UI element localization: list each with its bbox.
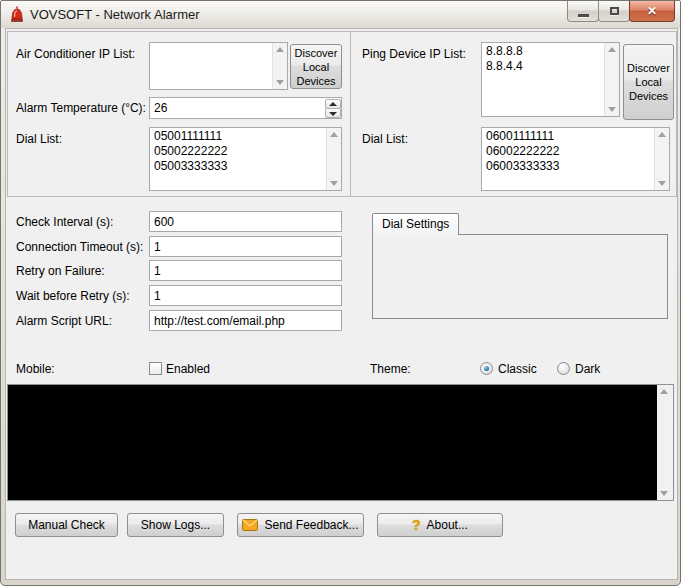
alarm-temperature-spinner <box>325 99 341 117</box>
retry-on-failure-label: Retry on Failure: <box>16 264 105 278</box>
mobile-enabled-checkbox[interactable] <box>149 362 162 375</box>
log-text <box>8 385 657 500</box>
wait-before-retry-label: Wait before Retry (s): <box>16 289 130 303</box>
minimize-icon <box>578 14 589 17</box>
alarm-temperature-input[interactable] <box>149 97 342 119</box>
air-ip-scrollbar[interactable] <box>272 43 287 89</box>
window-title: VOVSOFT - Network Alarmer <box>30 7 200 22</box>
show-logs-button[interactable]: Show Logs... <box>127 513 224 537</box>
close-icon: ✕ <box>647 4 657 18</box>
mobile-enabled-label: Enabled <box>166 362 210 376</box>
mobile-label: Mobile: <box>16 362 55 376</box>
air-ip-label: Air Conditioner IP List: <box>16 47 135 61</box>
alarm-script-url-input[interactable] <box>149 310 342 331</box>
spinner-down-icon[interactable] <box>325 108 341 118</box>
minimize-button[interactable] <box>567 1 599 22</box>
siren-icon <box>9 6 25 23</box>
about-button[interactable]: ? About... <box>377 513 503 537</box>
theme-dark-radio[interactable] <box>557 362 570 375</box>
manual-check-button[interactable]: Manual Check <box>15 513 118 537</box>
theme-classic-label: Classic <box>498 362 537 376</box>
maximize-icon <box>610 7 619 15</box>
connection-timeout-label: Connection Timeout (s): <box>16 240 143 254</box>
ping-ip-text: 8.8.8.8 8.8.4.4 <box>486 44 602 115</box>
send-feedback-label: Send Feedback... <box>264 518 358 532</box>
alarm-temperature-label: Alarm Temperature (°C): <box>16 101 146 115</box>
discover-local-devices-left-button[interactable]: Discover Local Devices <box>290 44 342 89</box>
air-ip-textarea[interactable] <box>149 42 288 90</box>
ping-ip-textarea[interactable]: 8.8.8.8 8.8.4.4 <box>481 42 620 117</box>
client-area: Air Conditioner IP List: Discover Local … <box>5 28 678 580</box>
dial-list-right-scrollbar[interactable] <box>654 128 669 190</box>
dial-list-right-label: Dial List: <box>362 132 408 146</box>
dial-list-left-text: 05001111111 05002222222 05003333333 <box>154 129 324 189</box>
air-ip-text <box>154 44 270 88</box>
tab-dial-settings[interactable]: Dial Settings <box>372 213 459 235</box>
log-output[interactable] <box>7 384 674 501</box>
dial-settings-panel <box>372 234 668 319</box>
theme-classic-radio[interactable] <box>480 362 493 375</box>
dial-list-right-textarea[interactable]: 06001111111 06002222222 06003333333 <box>481 127 670 191</box>
dial-list-right-text: 06001111111 06002222222 06003333333 <box>486 129 652 189</box>
retry-on-failure-input[interactable] <box>149 260 342 281</box>
check-interval-input[interactable] <box>149 211 342 232</box>
ping-ip-label: Ping Device IP List: <box>362 47 466 61</box>
theme-dark-label: Dark <box>575 362 600 376</box>
log-scrollbar[interactable] <box>657 385 673 500</box>
wait-before-retry-input[interactable] <box>149 285 342 306</box>
dial-list-left-label: Dial List: <box>16 132 62 146</box>
connection-timeout-input[interactable] <box>149 236 342 257</box>
envelope-icon <box>242 519 258 531</box>
theme-label: Theme: <box>370 362 411 376</box>
discover-local-devices-right-button[interactable]: Discover Local Devices <box>623 44 674 120</box>
check-interval-label: Check Interval (s): <box>16 215 113 229</box>
maximize-button[interactable] <box>598 1 630 22</box>
dial-list-left-scrollbar[interactable] <box>326 128 341 190</box>
close-button[interactable]: ✕ <box>629 1 675 22</box>
ping-ip-scrollbar[interactable] <box>604 43 619 116</box>
help-icon: ? <box>412 517 421 533</box>
title-bar[interactable]: VOVSOFT - Network Alarmer ✕ <box>1 1 680 28</box>
alarm-script-url-label: Alarm Script URL: <box>16 314 112 328</box>
about-label: About... <box>427 518 468 532</box>
app-window: VOVSOFT - Network Alarmer ✕ Air Conditio… <box>0 0 681 586</box>
send-feedback-button[interactable]: Send Feedback... <box>237 513 364 537</box>
caption-buttons: ✕ <box>568 1 675 22</box>
dial-list-left-textarea[interactable]: 05001111111 05002222222 05003333333 <box>149 127 342 191</box>
